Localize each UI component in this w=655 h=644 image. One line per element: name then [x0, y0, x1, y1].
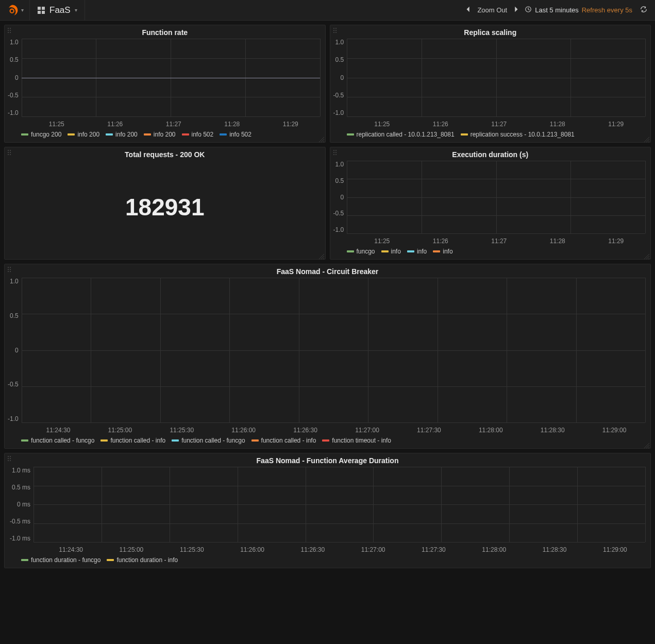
panel-title[interactable]: Total requests - 200 OK [5, 150, 325, 159]
svg-point-36 [8, 456, 9, 457]
axis-tick: 11:27:00 [337, 427, 398, 434]
legend-item[interactable]: function duration - funcgo [21, 556, 100, 564]
panel-exec-duration: Execution duration (s) 1.00.50-0.5-1.0 1… [330, 147, 651, 260]
legend-item[interactable]: function called - info [100, 437, 165, 444]
legend-item[interactable]: info 200 [68, 131, 99, 138]
chart-plot[interactable] [22, 39, 320, 116]
legend-label: info 200 [115, 131, 138, 138]
y-axis: 1.00.50-0.5-1.0 [8, 278, 22, 422]
svg-point-13 [335, 28, 337, 29]
panel-title[interactable]: FaaS Nomad - Function Average Duration [5, 456, 650, 465]
legend-swatch-icon [322, 439, 329, 442]
legend-item[interactable]: info [407, 248, 427, 255]
legend-item[interactable]: replication called - 10.0.1.213_8081 [347, 131, 455, 138]
legend-item[interactable]: info [433, 248, 452, 255]
drag-handle-icon[interactable] [7, 266, 13, 273]
chart-plot[interactable] [347, 161, 645, 233]
svg-point-24 [333, 150, 334, 151]
resize-handle-icon[interactable] [644, 253, 649, 258]
chart-plot[interactable] [22, 278, 645, 422]
svg-point-26 [333, 152, 334, 153]
drag-handle-icon[interactable] [332, 149, 339, 156]
drag-handle-icon[interactable] [7, 27, 13, 33]
legend-item[interactable]: info 502 [182, 131, 214, 138]
chart-plot[interactable] [347, 39, 645, 116]
refresh-button[interactable] [637, 0, 650, 21]
y-axis: 1.00.50-0.5-1.0 [8, 39, 22, 116]
resize-handle-icon[interactable] [644, 442, 649, 447]
panel-title[interactable]: FaaS Nomad - Circuit Breaker [5, 267, 650, 276]
legend-item[interactable]: function duration - info [107, 556, 178, 564]
legend-item[interactable]: function timeout - info [322, 437, 391, 444]
panel-title[interactable]: Execution duration (s) [330, 150, 651, 159]
axis-tick: -1.0 [8, 415, 19, 422]
legend-label: function called - info [261, 437, 316, 444]
grafana-logo-menu[interactable]: ▾ [0, 0, 30, 21]
axis-tick: 11:25 [353, 238, 412, 245]
panel-title[interactable]: Replica scaling [330, 28, 651, 37]
axis-tick: 11:28:00 [464, 546, 524, 553]
x-axis: 11:2511:2611:2711:2811:29 [330, 118, 651, 129]
drag-handle-icon[interactable] [7, 455, 13, 462]
legend-label: function timeout - info [332, 437, 391, 444]
legend-label: funcgo 200 [31, 131, 61, 138]
legend-item[interactable]: funcgo [347, 248, 375, 255]
time-forward-button[interactable] [512, 6, 519, 14]
resize-handle-icon[interactable] [319, 253, 324, 258]
legend-swatch-icon [182, 133, 189, 135]
dashboards-grid-icon [37, 6, 45, 14]
axis-tick: 1.0 [8, 278, 19, 285]
axis-tick: 1.0 [333, 161, 344, 168]
svg-point-31 [10, 267, 11, 268]
legend-item[interactable]: funcgo 200 [21, 131, 61, 138]
axis-tick: 11:25 [27, 121, 86, 128]
time-range-picker[interactable]: Last 5 minutes Refresh every 5s [525, 6, 632, 14]
axis-tick: 11:29 [587, 121, 646, 128]
axis-tick: 0.5 ms [8, 484, 30, 491]
dashboard-picker[interactable]: FaaS ▾ [30, 0, 85, 21]
chart-plot[interactable] [33, 467, 645, 542]
share-dashboard-button[interactable] [102, 0, 118, 21]
axis-tick: 0.5 [8, 56, 19, 63]
axis-tick: 11:25:30 [162, 546, 222, 553]
save-dashboard-button[interactable] [118, 0, 135, 21]
legend-item[interactable]: info 502 [220, 131, 251, 138]
axis-tick: -1.0 [8, 109, 19, 116]
legend-item[interactable]: replication success - 10.0.1.213_8081 [461, 131, 575, 138]
panel-avg-duration: FaaS Nomad - Function Average Duration 1… [4, 453, 651, 568]
axis-tick: 11:28:30 [524, 546, 584, 553]
drag-handle-icon[interactable] [7, 149, 13, 156]
legend-swatch-icon [407, 250, 414, 252]
svg-point-12 [333, 28, 334, 29]
time-back-button[interactable] [465, 6, 472, 14]
star-dashboard-button[interactable] [85, 0, 102, 21]
refresh-interval-label: Refresh every 5s [582, 6, 632, 14]
drag-handle-icon[interactable] [332, 27, 339, 33]
legend-label: function called - info [110, 437, 165, 444]
axis-tick: 11:27 [470, 121, 529, 128]
svg-point-28 [333, 154, 334, 155]
legend-item[interactable]: function called - info [251, 437, 316, 444]
svg-point-19 [10, 150, 11, 151]
legend-swatch-icon [347, 133, 354, 135]
svg-point-38 [8, 458, 9, 459]
chevron-down-icon: ▾ [21, 7, 24, 13]
legend-item[interactable]: function called - funcgo [21, 437, 94, 444]
legend-item[interactable]: info [381, 248, 401, 255]
resize-handle-icon[interactable] [319, 136, 324, 141]
zoom-out-button[interactable]: Zoom Out [477, 6, 507, 14]
resize-handle-icon[interactable] [644, 136, 649, 141]
svg-point-40 [8, 460, 9, 461]
legend-item[interactable]: info 200 [144, 131, 176, 138]
axis-tick: 0 [8, 74, 19, 81]
axis-tick: 11:29 [587, 238, 646, 245]
axis-tick: 11:28:30 [522, 427, 583, 434]
legend-swatch-icon [106, 133, 113, 135]
settings-button[interactable] [135, 0, 151, 21]
legend-swatch-icon [381, 250, 389, 252]
legend-item[interactable]: info 200 [106, 131, 138, 138]
panel-title[interactable]: Function rate [5, 28, 325, 37]
svg-rect-4 [42, 11, 45, 14]
legend-label: info 502 [192, 131, 214, 138]
legend-item[interactable]: function called - funcgo [172, 437, 245, 444]
